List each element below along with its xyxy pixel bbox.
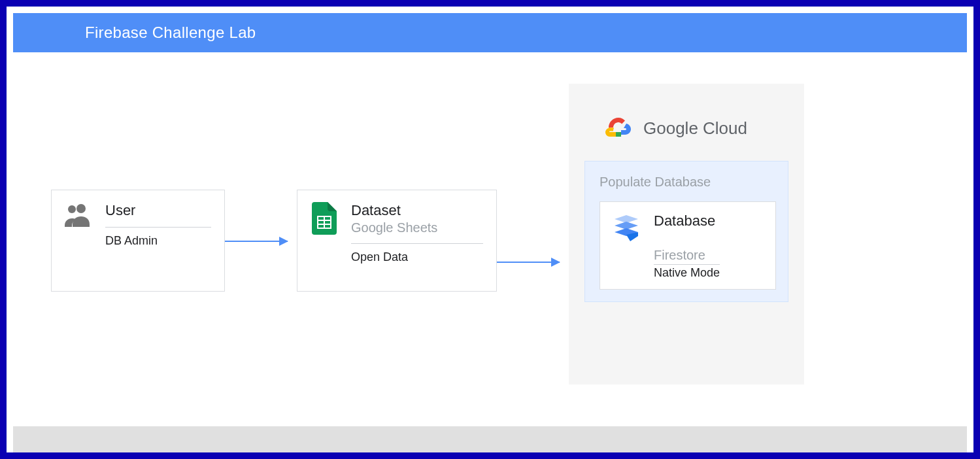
users-icon <box>63 202 93 230</box>
divider <box>351 243 483 244</box>
user-title: User <box>105 202 211 219</box>
divider <box>105 227 211 228</box>
populate-title: Populate Database <box>600 175 776 190</box>
google-cloud-panel: Google Cloud Populate Database <box>569 84 804 384</box>
populate-database-panel: Populate Database Dat <box>584 161 788 302</box>
google-cloud-icon <box>604 115 633 141</box>
database-card: Database Firestore Native Mode <box>600 201 776 290</box>
user-text: User DB Admin <box>105 202 211 248</box>
title-bar: Firebase Challenge Lab <box>13 13 967 52</box>
dataset-text: Dataset Google Sheets Open Data <box>351 202 483 264</box>
diagram-frame: Firebase Challenge Lab User DB Admin <box>0 0 980 459</box>
dataset-card: Dataset Google Sheets Open Data <box>297 190 497 292</box>
database-sub: Native Mode <box>654 266 720 280</box>
user-card: User DB Admin <box>51 190 225 292</box>
sheets-icon <box>309 202 339 235</box>
arrow-dataset-to-cloud <box>497 262 560 263</box>
cloud-title: Google Cloud <box>643 118 747 139</box>
arrow-user-to-dataset <box>225 241 288 242</box>
svg-point-1 <box>68 205 76 213</box>
database-subtitle: Firestore <box>654 248 720 263</box>
dataset-sub: Open Data <box>351 250 483 264</box>
database-title: Database <box>654 212 720 230</box>
footer-bar <box>13 426 967 452</box>
database-text: Database Firestore Native Mode <box>654 212 720 280</box>
firestore-icon <box>611 212 642 246</box>
user-sub: DB Admin <box>105 234 211 248</box>
page-title: Firebase Challenge Lab <box>85 24 256 42</box>
dataset-title: Dataset <box>351 202 483 219</box>
diagram-canvas: Firebase Challenge Lab User DB Admin <box>7 7 973 452</box>
cloud-header: Google Cloud <box>584 103 788 161</box>
svg-point-0 <box>76 204 86 213</box>
divider <box>654 264 720 265</box>
dataset-subtitle: Google Sheets <box>351 220 483 235</box>
